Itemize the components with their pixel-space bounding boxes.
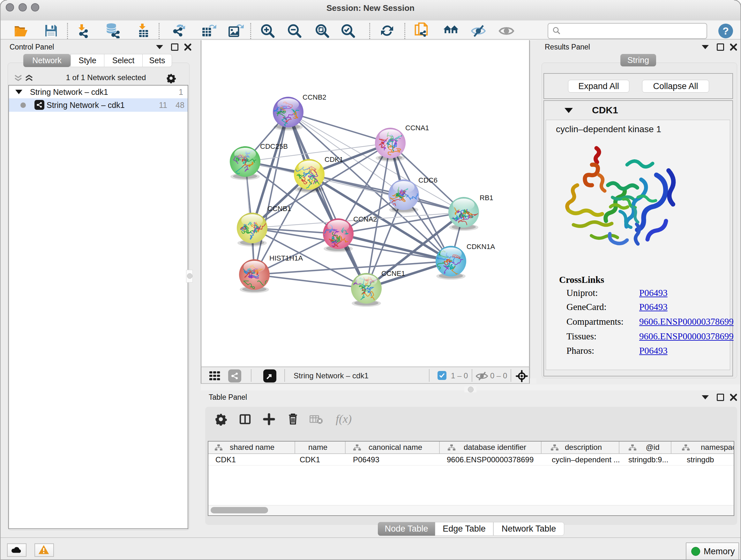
- svg-text:HIST1H1A: HIST1H1A: [269, 254, 303, 262]
- svg-text:CCNB2: CCNB2: [302, 93, 327, 101]
- svg-text:CCNA2: CCNA2: [353, 215, 377, 223]
- svg-text:CDC25B: CDC25B: [260, 142, 288, 150]
- svg-text:CCNB1: CCNB1: [267, 205, 291, 212]
- svg-text:CDC6: CDC6: [418, 176, 437, 184]
- svg-text:CDK1: CDK1: [325, 155, 343, 164]
- svg-text:CDKN1A: CDKN1A: [467, 243, 495, 251]
- svg-text:CCNA1: CCNA1: [405, 124, 429, 132]
- svg-text:CCNE1: CCNE1: [381, 269, 405, 277]
- svg-text:RB1: RB1: [480, 194, 493, 202]
